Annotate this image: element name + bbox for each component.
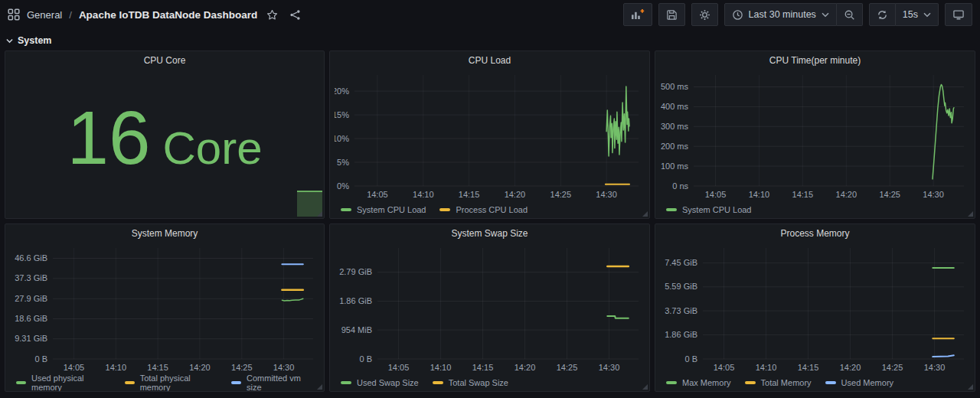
legend-label: System CPU Load [357, 205, 426, 214]
panel-resize-handle[interactable] [317, 211, 322, 217]
y-axis-tick-label: 18.6 GiB [15, 314, 47, 323]
breadcrumb-folder[interactable]: General [27, 9, 62, 21]
legend-item-total-swap-size[interactable]: Total Swap Size [433, 378, 508, 387]
legend-label: Total physical memory [140, 374, 217, 391]
legend-color-dash [341, 208, 351, 211]
panel-title[interactable]: CPU Load [330, 51, 649, 70]
legend-item-system-cpu-load[interactable]: System CPU Load [666, 205, 751, 214]
x-axis-tick-label: 14:05 [714, 363, 735, 372]
add-panel-button[interactable] [623, 3, 652, 26]
y-axis-tick-label: 5% [337, 158, 349, 167]
chart-svg[interactable]: 0 ns100 ms200 ms300 ms400 ms500 ms14:051… [660, 70, 970, 201]
x-axis-tick-label: 14:20 [189, 363, 211, 372]
x-axis-tick-label: 14:15 [147, 363, 168, 372]
toolbar: Last 30 minutes [623, 3, 972, 26]
chart-svg[interactable]: 0 B954 MiB1.86 GiB2.79 GiB14:0514:1014:1… [335, 243, 645, 374]
legend-label: Max Memory [682, 378, 731, 387]
panel-system-swap-size: System Swap Size 0 B954 MiB1.86 GiB2.79 … [329, 223, 650, 392]
panel-resize-handle[interactable] [642, 384, 648, 390]
panel-title[interactable]: System Memory [5, 224, 324, 243]
chart-area[interactable]: 0 B954 MiB1.86 GiB2.79 GiB14:0514:1014:1… [335, 243, 645, 374]
panel-resize-handle[interactable] [968, 384, 973, 390]
y-axis-tick-label: 0 B [34, 354, 47, 364]
share-button[interactable] [287, 7, 303, 23]
legend-item-total-physical-memory[interactable]: Total physical memory [125, 374, 217, 391]
x-axis-tick-label: 14:05 [388, 363, 410, 372]
chart-svg[interactable]: 0 B1.86 GiB3.73 GiB5.59 GiB7.45 GiB14:05… [660, 243, 970, 374]
stat-value: 16 [67, 100, 150, 175]
x-axis-tick-label: 14:25 [882, 363, 903, 372]
legend-label: Total Swap Size [449, 378, 508, 387]
panel-resize-handle[interactable] [642, 211, 648, 217]
refresh-interval-picker[interactable]: 15s [896, 3, 939, 26]
chart-area[interactable]: 0 B1.86 GiB3.73 GiB5.59 GiB7.45 GiB14:05… [660, 243, 970, 374]
row-toggle-system[interactable]: System [0, 29, 57, 51]
chart-svg[interactable]: 0%5%10%15%20%14:0514:1014:1514:2014:2514… [335, 70, 645, 201]
save-dashboard-button[interactable] [658, 3, 685, 26]
legend-label: Total Memory [761, 378, 812, 387]
zoom-out-time-button[interactable] [837, 3, 863, 26]
x-axis-tick-label: 14:25 [557, 363, 578, 372]
chevron-down-icon [822, 12, 829, 18]
legend-item-used-memory[interactable]: Used Memory [825, 378, 893, 387]
kiosk-mode-button[interactable] [945, 3, 972, 26]
panel-cpu-core: CPU Core 16 Core [5, 51, 325, 219]
legend-item-total-memory[interactable]: Total Memory [745, 378, 812, 387]
legend-item-used-physical-memory[interactable]: Used physical memory [16, 374, 111, 391]
legend-label: Used physical memory [31, 374, 111, 391]
zoom-out-icon [844, 9, 855, 21]
panel-title[interactable]: Process Memory [655, 224, 975, 243]
chart-area[interactable]: 0 B9.31 GiB18.6 GiB27.9 GiB37.3 GiB46.6 … [10, 243, 319, 374]
kiosk-monitor-icon [952, 9, 965, 21]
refresh-button[interactable] [869, 3, 896, 26]
chart-legend: System CPU Load [655, 201, 975, 218]
star-button[interactable] [264, 7, 280, 23]
legend-color-dash [433, 381, 443, 384]
x-axis-tick-label: 14:25 [879, 190, 900, 199]
chart-area[interactable]: 0 ns100 ms200 ms300 ms400 ms500 ms14:051… [660, 70, 970, 201]
chevron-down-icon [6, 38, 13, 44]
x-axis-tick-label: 14:05 [367, 190, 388, 199]
chart-area[interactable]: 0%5%10%15%20%14:0514:1014:1514:2014:2514… [335, 70, 645, 201]
share-icon [289, 9, 301, 21]
chart-svg[interactable]: 0 B9.31 GiB18.6 GiB27.9 GiB37.3 GiB46.6 … [10, 243, 319, 374]
dashboard-settings-button[interactable] [691, 3, 718, 26]
y-axis-tick-label: 200 ms [661, 142, 689, 151]
y-axis-tick-label: 1.86 GiB [339, 296, 372, 305]
panel-resize-handle[interactable] [317, 384, 322, 390]
legend-item-process-cpu-load[interactable]: Process CPU Load [439, 205, 528, 214]
legend-item-max-memory[interactable]: Max Memory [666, 378, 731, 387]
y-axis-tick-label: 15% [335, 110, 349, 119]
x-axis-tick-label: 14:10 [430, 363, 452, 372]
legend-color-dash [231, 381, 241, 384]
x-axis-tick-label: 14:30 [273, 363, 295, 372]
y-axis-tick-label: 500 ms [661, 82, 689, 91]
panel-cpu-time: CPU Time(per minute) 0 ns100 ms200 ms300… [655, 51, 975, 219]
legend-color-dash [825, 381, 836, 384]
save-icon [666, 9, 678, 21]
panel-title[interactable]: CPU Core [5, 51, 324, 70]
legend-item-used-swap-size[interactable]: Used Swap Size [341, 378, 419, 387]
legend-label: System CPU Load [682, 205, 751, 214]
chart-legend: Used physical memoryTotal physical memor… [5, 374, 324, 391]
y-axis-tick-label: 100 ms [661, 161, 689, 171]
clock-icon [732, 9, 743, 21]
add-panel-icon [631, 8, 645, 21]
panel-title[interactable]: CPU Time(per minute) [655, 51, 975, 70]
series-line-used-memory [933, 355, 954, 357]
legend-color-dash [666, 208, 677, 211]
panel-title[interactable]: System Swap Size [330, 224, 649, 243]
apps-grid-icon[interactable] [8, 8, 20, 21]
x-axis-tick-label: 14:15 [472, 363, 494, 372]
panel-process-memory: Process Memory 0 B1.86 GiB3.73 GiB5.59 G… [655, 223, 975, 392]
y-axis-tick-label: 5.59 GiB [665, 282, 697, 291]
y-axis-tick-label: 20% [335, 86, 349, 96]
legend-item-system-cpu-load[interactable]: System CPU Load [341, 205, 426, 214]
time-range-picker[interactable]: Last 30 minutes [724, 3, 837, 26]
x-axis-tick-label: 14:10 [756, 363, 777, 372]
panel-resize-handle[interactable] [968, 211, 973, 217]
legend-item-committed-vm-size[interactable]: Committed vm size [231, 374, 313, 391]
refresh-group: 15s [869, 3, 939, 26]
x-axis-tick-label: 14:30 [599, 363, 620, 372]
x-axis-tick-label: 14:20 [514, 363, 536, 372]
